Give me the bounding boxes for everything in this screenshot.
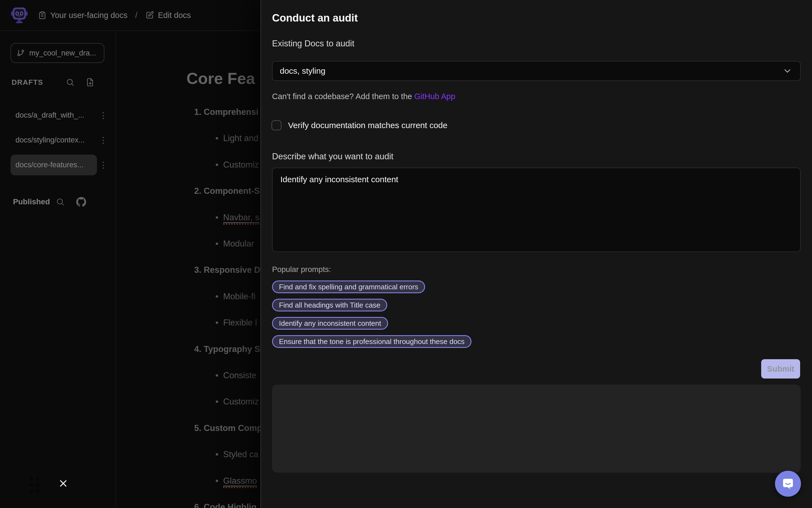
popular-prompts-list: Find and fix spelling and grammatical er… (272, 281, 472, 348)
panel-title: Conduct an audit (272, 12, 358, 24)
verify-label: Verify documentation matches current cod… (288, 121, 447, 130)
popular-prompts-label: Popular prompts: (272, 265, 331, 274)
describe-input[interactable]: Identify any inconsistent content (272, 168, 801, 252)
verify-checkbox[interactable] (272, 120, 281, 130)
popular-prompt-pill[interactable]: Identify any inconsistent content (272, 317, 388, 330)
close-icon[interactable] (58, 478, 70, 489)
popular-prompt-pill[interactable]: Ensure that the tone is professional thr… (272, 335, 472, 348)
popular-prompt-pill[interactable]: Find all headings with Title case (272, 299, 387, 311)
codebase-hint: Can't find a codebase? Add them to the G… (272, 92, 455, 101)
chevron-down-icon (782, 66, 793, 76)
chat-launcher-button[interactable] (775, 471, 801, 497)
existing-docs-label: Existing Docs to audit (272, 39, 354, 49)
conduct-audit-panel: Conduct an audit Existing Docs to audit … (260, 0, 812, 508)
describe-label: Describe what you want to audit (272, 152, 393, 162)
github-app-link[interactable]: GitHub App (414, 92, 455, 101)
dots-grid-icon[interactable] (30, 477, 40, 493)
codebase-hint-text: Can't find a codebase? Add them to the (272, 92, 414, 101)
submit-button[interactable]: Submit (761, 359, 800, 379)
chat-bubble-icon (781, 477, 795, 491)
verify-row: Verify documentation matches current cod… (272, 120, 447, 130)
audit-output-area (272, 385, 801, 473)
docs-select-value: docs, styling (280, 66, 325, 76)
popular-prompt-pill[interactable]: Find and fix spelling and grammatical er… (272, 281, 425, 293)
docs-select-dropdown[interactable]: docs, styling (272, 61, 801, 81)
